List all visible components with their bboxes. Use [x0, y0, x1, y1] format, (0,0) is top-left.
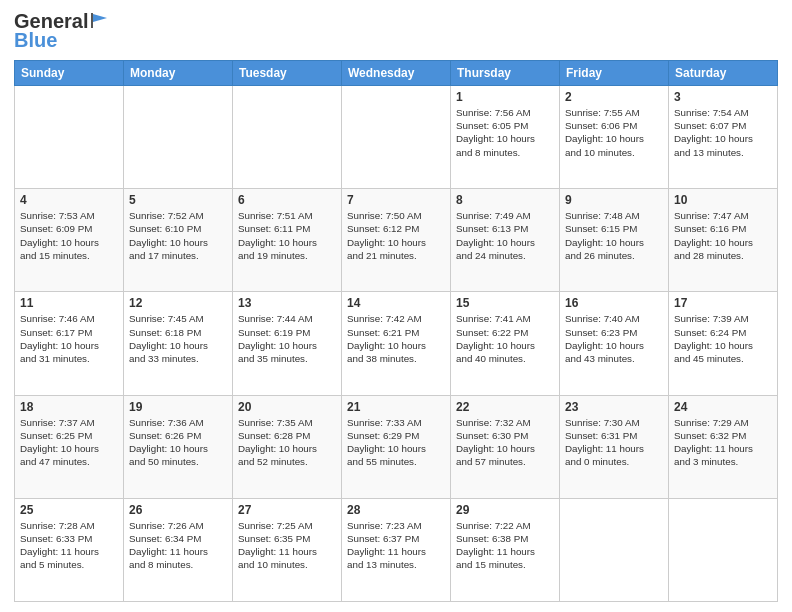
day-number: 13: [238, 296, 336, 310]
weekday-header-thursday: Thursday: [451, 61, 560, 86]
day-info: Sunrise: 7:55 AM Sunset: 6:06 PM Dayligh…: [565, 106, 663, 159]
day-info: Sunrise: 7:37 AM Sunset: 6:25 PM Dayligh…: [20, 416, 118, 469]
weekday-header-friday: Friday: [560, 61, 669, 86]
day-number: 23: [565, 400, 663, 414]
day-info: Sunrise: 7:47 AM Sunset: 6:16 PM Dayligh…: [674, 209, 772, 262]
day-number: 11: [20, 296, 118, 310]
svg-marker-0: [93, 14, 107, 22]
day-cell: 26Sunrise: 7:26 AM Sunset: 6:34 PM Dayli…: [124, 498, 233, 601]
day-info: Sunrise: 7:56 AM Sunset: 6:05 PM Dayligh…: [456, 106, 554, 159]
day-cell: 29Sunrise: 7:22 AM Sunset: 6:38 PM Dayli…: [451, 498, 560, 601]
day-info: Sunrise: 7:40 AM Sunset: 6:23 PM Dayligh…: [565, 312, 663, 365]
day-number: 4: [20, 193, 118, 207]
day-number: 22: [456, 400, 554, 414]
day-cell: [233, 86, 342, 189]
week-row-1: 1Sunrise: 7:56 AM Sunset: 6:05 PM Daylig…: [15, 86, 778, 189]
day-info: Sunrise: 7:26 AM Sunset: 6:34 PM Dayligh…: [129, 519, 227, 572]
day-number: 2: [565, 90, 663, 104]
svg-rect-1: [91, 13, 93, 28]
weekday-header-monday: Monday: [124, 61, 233, 86]
day-info: Sunrise: 7:42 AM Sunset: 6:21 PM Dayligh…: [347, 312, 445, 365]
day-cell: 12Sunrise: 7:45 AM Sunset: 6:18 PM Dayli…: [124, 292, 233, 395]
day-cell: [342, 86, 451, 189]
day-cell: 20Sunrise: 7:35 AM Sunset: 6:28 PM Dayli…: [233, 395, 342, 498]
day-info: Sunrise: 7:39 AM Sunset: 6:24 PM Dayligh…: [674, 312, 772, 365]
day-info: Sunrise: 7:41 AM Sunset: 6:22 PM Dayligh…: [456, 312, 554, 365]
day-cell: 17Sunrise: 7:39 AM Sunset: 6:24 PM Dayli…: [669, 292, 778, 395]
day-cell: 15Sunrise: 7:41 AM Sunset: 6:22 PM Dayli…: [451, 292, 560, 395]
day-number: 10: [674, 193, 772, 207]
day-info: Sunrise: 7:44 AM Sunset: 6:19 PM Dayligh…: [238, 312, 336, 365]
day-cell: 13Sunrise: 7:44 AM Sunset: 6:19 PM Dayli…: [233, 292, 342, 395]
day-number: 5: [129, 193, 227, 207]
day-cell: 27Sunrise: 7:25 AM Sunset: 6:35 PM Dayli…: [233, 498, 342, 601]
day-number: 19: [129, 400, 227, 414]
day-number: 16: [565, 296, 663, 310]
calendar-table: SundayMondayTuesdayWednesdayThursdayFrid…: [14, 60, 778, 602]
day-cell: 4Sunrise: 7:53 AM Sunset: 6:09 PM Daylig…: [15, 189, 124, 292]
day-cell: 11Sunrise: 7:46 AM Sunset: 6:17 PM Dayli…: [15, 292, 124, 395]
day-info: Sunrise: 7:45 AM Sunset: 6:18 PM Dayligh…: [129, 312, 227, 365]
day-cell: 19Sunrise: 7:36 AM Sunset: 6:26 PM Dayli…: [124, 395, 233, 498]
day-number: 21: [347, 400, 445, 414]
day-cell: 10Sunrise: 7:47 AM Sunset: 6:16 PM Dayli…: [669, 189, 778, 292]
weekday-header-wednesday: Wednesday: [342, 61, 451, 86]
day-cell: 7Sunrise: 7:50 AM Sunset: 6:12 PM Daylig…: [342, 189, 451, 292]
logo-blue: Blue: [14, 29, 57, 51]
day-cell: 2Sunrise: 7:55 AM Sunset: 6:06 PM Daylig…: [560, 86, 669, 189]
day-info: Sunrise: 7:51 AM Sunset: 6:11 PM Dayligh…: [238, 209, 336, 262]
day-number: 28: [347, 503, 445, 517]
day-cell: 5Sunrise: 7:52 AM Sunset: 6:10 PM Daylig…: [124, 189, 233, 292]
day-cell: 16Sunrise: 7:40 AM Sunset: 6:23 PM Dayli…: [560, 292, 669, 395]
day-cell: 3Sunrise: 7:54 AM Sunset: 6:07 PM Daylig…: [669, 86, 778, 189]
day-cell: [669, 498, 778, 601]
day-info: Sunrise: 7:48 AM Sunset: 6:15 PM Dayligh…: [565, 209, 663, 262]
day-info: Sunrise: 7:32 AM Sunset: 6:30 PM Dayligh…: [456, 416, 554, 469]
weekday-header-tuesday: Tuesday: [233, 61, 342, 86]
day-number: 12: [129, 296, 227, 310]
logo: General Blue: [14, 10, 109, 52]
day-info: Sunrise: 7:52 AM Sunset: 6:10 PM Dayligh…: [129, 209, 227, 262]
day-info: Sunrise: 7:33 AM Sunset: 6:29 PM Dayligh…: [347, 416, 445, 469]
day-cell: 21Sunrise: 7:33 AM Sunset: 6:29 PM Dayli…: [342, 395, 451, 498]
day-info: Sunrise: 7:36 AM Sunset: 6:26 PM Dayligh…: [129, 416, 227, 469]
day-number: 17: [674, 296, 772, 310]
day-number: 20: [238, 400, 336, 414]
week-row-2: 4Sunrise: 7:53 AM Sunset: 6:09 PM Daylig…: [15, 189, 778, 292]
day-number: 9: [565, 193, 663, 207]
day-number: 14: [347, 296, 445, 310]
day-info: Sunrise: 7:29 AM Sunset: 6:32 PM Dayligh…: [674, 416, 772, 469]
day-number: 27: [238, 503, 336, 517]
day-number: 6: [238, 193, 336, 207]
day-cell: 24Sunrise: 7:29 AM Sunset: 6:32 PM Dayli…: [669, 395, 778, 498]
weekday-header-row: SundayMondayTuesdayWednesdayThursdayFrid…: [15, 61, 778, 86]
week-row-4: 18Sunrise: 7:37 AM Sunset: 6:25 PM Dayli…: [15, 395, 778, 498]
logo-flag-icon: [89, 10, 109, 30]
day-cell: 14Sunrise: 7:42 AM Sunset: 6:21 PM Dayli…: [342, 292, 451, 395]
day-cell: 18Sunrise: 7:37 AM Sunset: 6:25 PM Dayli…: [15, 395, 124, 498]
day-cell: 23Sunrise: 7:30 AM Sunset: 6:31 PM Dayli…: [560, 395, 669, 498]
day-info: Sunrise: 7:54 AM Sunset: 6:07 PM Dayligh…: [674, 106, 772, 159]
day-cell: 28Sunrise: 7:23 AM Sunset: 6:37 PM Dayli…: [342, 498, 451, 601]
day-cell: 1Sunrise: 7:56 AM Sunset: 6:05 PM Daylig…: [451, 86, 560, 189]
day-number: 26: [129, 503, 227, 517]
day-number: 18: [20, 400, 118, 414]
day-cell: 22Sunrise: 7:32 AM Sunset: 6:30 PM Dayli…: [451, 395, 560, 498]
day-info: Sunrise: 7:25 AM Sunset: 6:35 PM Dayligh…: [238, 519, 336, 572]
day-number: 24: [674, 400, 772, 414]
day-number: 29: [456, 503, 554, 517]
day-info: Sunrise: 7:35 AM Sunset: 6:28 PM Dayligh…: [238, 416, 336, 469]
weekday-header-sunday: Sunday: [15, 61, 124, 86]
day-info: Sunrise: 7:30 AM Sunset: 6:31 PM Dayligh…: [565, 416, 663, 469]
day-cell: [560, 498, 669, 601]
day-cell: 9Sunrise: 7:48 AM Sunset: 6:15 PM Daylig…: [560, 189, 669, 292]
weekday-header-saturday: Saturday: [669, 61, 778, 86]
day-cell: 6Sunrise: 7:51 AM Sunset: 6:11 PM Daylig…: [233, 189, 342, 292]
week-row-5: 25Sunrise: 7:28 AM Sunset: 6:33 PM Dayli…: [15, 498, 778, 601]
day-number: 15: [456, 296, 554, 310]
day-number: 25: [20, 503, 118, 517]
day-info: Sunrise: 7:46 AM Sunset: 6:17 PM Dayligh…: [20, 312, 118, 365]
day-info: Sunrise: 7:50 AM Sunset: 6:12 PM Dayligh…: [347, 209, 445, 262]
day-info: Sunrise: 7:22 AM Sunset: 6:38 PM Dayligh…: [456, 519, 554, 572]
day-number: 7: [347, 193, 445, 207]
